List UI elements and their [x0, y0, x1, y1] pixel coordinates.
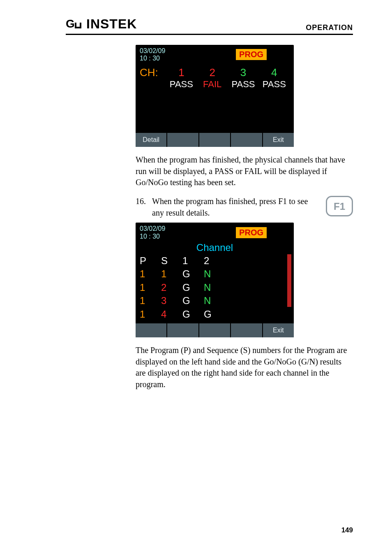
softkey-exit[interactable]: Exit — [263, 133, 294, 147]
channel-detail-screen: 03/02/09 10 : 30 PROG Channel P S 1 2 1 — [136, 223, 294, 337]
cell-p: 1 — [140, 308, 161, 321]
prog-result-screen: 03/02/09 10 : 30 PROG CH: 1 PASS 2 FAIL — [136, 45, 294, 147]
softkey-f3[interactable] — [199, 133, 231, 147]
ch3-number: 3 — [228, 66, 258, 79]
table-row: 1 3 G N — [140, 294, 290, 307]
cell-c2: N — [204, 267, 225, 281]
channel-title: Channel — [140, 242, 290, 253]
step-text: When the program has finished, press F1 … — [152, 196, 322, 218]
mode-badge: PROG — [236, 49, 267, 60]
cell-c2: G — [204, 308, 225, 321]
step-16: 16. When the program has finished, press… — [136, 196, 353, 218]
screen2-datetime: 03/02/09 10 : 30 — [140, 225, 165, 240]
paragraph-after-screen2: The Program (P) and Sequence (S) numbers… — [136, 345, 353, 390]
ch4-result: PASS — [259, 79, 290, 90]
softkey-exit-2[interactable]: Exit — [263, 323, 294, 337]
channel-table: P S 1 2 1 1 G N 1 2 G N — [140, 254, 290, 321]
section-title: OPERATION — [306, 23, 353, 32]
cell-s: 4 — [161, 308, 182, 321]
ch1-result: PASS — [166, 79, 197, 90]
brand-text: INSTEK — [86, 16, 137, 32]
screen1-time: 10 : 30 — [140, 55, 165, 62]
col-2: 2 — [204, 254, 225, 267]
col-p: P — [140, 254, 161, 267]
softkey-f2[interactable] — [167, 323, 199, 337]
cell-c1: G — [182, 308, 204, 321]
screen2-softkeys: Exit — [136, 323, 294, 337]
softkey-f3[interactable] — [199, 323, 231, 337]
softkey-detail[interactable]: Detail — [136, 133, 167, 147]
cell-s: 3 — [161, 294, 182, 307]
paragraph-after-screen1: When the program has finished, the physi… — [136, 154, 353, 188]
screen1-datetime: 03/02/09 10 : 30 — [140, 47, 165, 63]
table-row: 1 4 G G — [140, 308, 290, 321]
cell-p: 1 — [140, 267, 161, 281]
col-1: 1 — [182, 254, 204, 267]
screen2-date: 03/02/09 — [140, 225, 165, 232]
softkey-f4[interactable] — [231, 133, 263, 147]
brand-glyph-icon: G — [66, 19, 85, 30]
page-number: 149 — [341, 526, 353, 534]
col-s: S — [161, 254, 182, 267]
mode-badge-2: PROG — [236, 227, 267, 238]
scrollbar[interactable] — [287, 254, 291, 307]
cell-p: 1 — [140, 294, 161, 307]
softkey-f4[interactable] — [231, 323, 263, 337]
cell-c1: G — [182, 267, 204, 281]
ch3-result: PASS — [228, 79, 258, 90]
table-row: 1 1 G N — [140, 267, 290, 281]
table-header-row: P S 1 2 — [140, 254, 290, 267]
cell-s: 2 — [161, 281, 182, 294]
cell-c1: G — [182, 294, 204, 307]
ch2-result: FAIL — [197, 79, 228, 90]
cell-p: 1 — [140, 281, 161, 294]
step-number: 16. — [136, 196, 148, 207]
cell-c2: N — [204, 294, 225, 307]
ch4-number: 4 — [259, 66, 290, 79]
screen1-softkeys: Detail Exit — [136, 133, 294, 147]
screen1-date: 03/02/09 — [140, 47, 165, 55]
ch1-number: 1 — [166, 66, 197, 79]
cell-s: 1 — [161, 267, 182, 281]
cell-c2: N — [204, 281, 225, 294]
page-header: G INSTEK OPERATION — [66, 16, 353, 35]
svg-text:G: G — [66, 19, 75, 30]
softkey-f1[interactable] — [136, 323, 167, 337]
f1-key-icon: F1 — [326, 196, 353, 216]
cell-c1: G — [182, 281, 204, 294]
table-row: 1 2 G N — [140, 281, 290, 294]
ch2-number: 2 — [197, 66, 228, 79]
brand-logo: G INSTEK — [66, 16, 137, 32]
softkey-f2[interactable] — [167, 133, 199, 147]
screen2-time: 10 : 30 — [140, 233, 165, 240]
ch-label: CH: — [140, 66, 166, 90]
